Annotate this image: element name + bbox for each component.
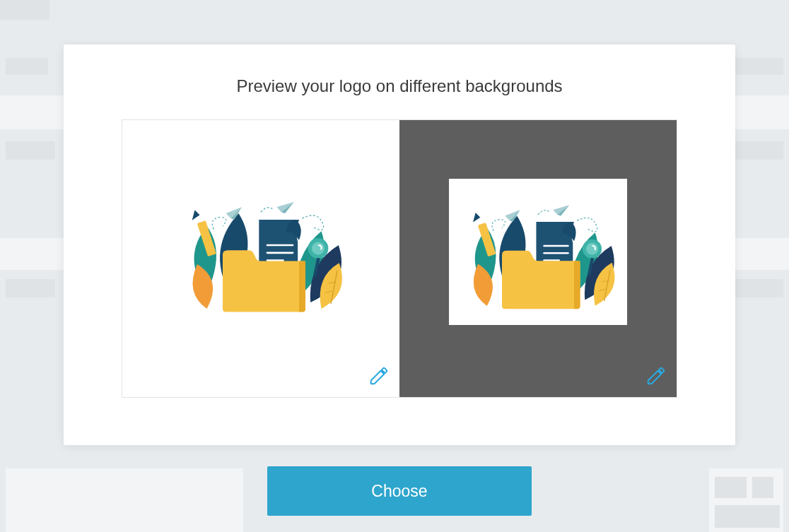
svg-marker-16 — [470, 211, 481, 222]
bg-placeholder — [734, 141, 783, 160]
bg-placeholder — [6, 279, 55, 297]
bg-placeholder — [734, 279, 783, 297]
svg-point-18 — [586, 242, 598, 254]
logo-dark-preview — [449, 179, 627, 325]
preview-light-panel — [122, 120, 399, 397]
pencil-icon — [645, 365, 667, 386]
bg-placeholder — [734, 58, 783, 75]
logo-light-preview — [172, 182, 350, 321]
choose-button[interactable]: Choose — [267, 466, 532, 516]
svg-point-3 — [312, 242, 325, 255]
bg-placeholder — [6, 468, 243, 532]
edit-light-button[interactable] — [368, 365, 390, 389]
svg-marker-1 — [189, 209, 201, 220]
bg-placeholder — [752, 477, 773, 498]
preview-dark-panel — [399, 120, 677, 397]
bg-placeholder — [715, 505, 780, 528]
folder-logo-illustration — [172, 182, 350, 321]
bg-placeholder — [6, 58, 48, 75]
edit-dark-button[interactable] — [645, 365, 667, 389]
preview-container — [122, 119, 677, 398]
folder-logo-illustration — [454, 186, 622, 318]
logo-preview-modal: Preview your logo on different backgroun… — [64, 45, 735, 445]
bg-placeholder — [0, 0, 49, 20]
modal-title: Preview your logo on different backgroun… — [64, 45, 735, 96]
bg-placeholder — [715, 477, 747, 498]
bg-placeholder — [6, 141, 55, 160]
pencil-icon — [368, 365, 390, 386]
